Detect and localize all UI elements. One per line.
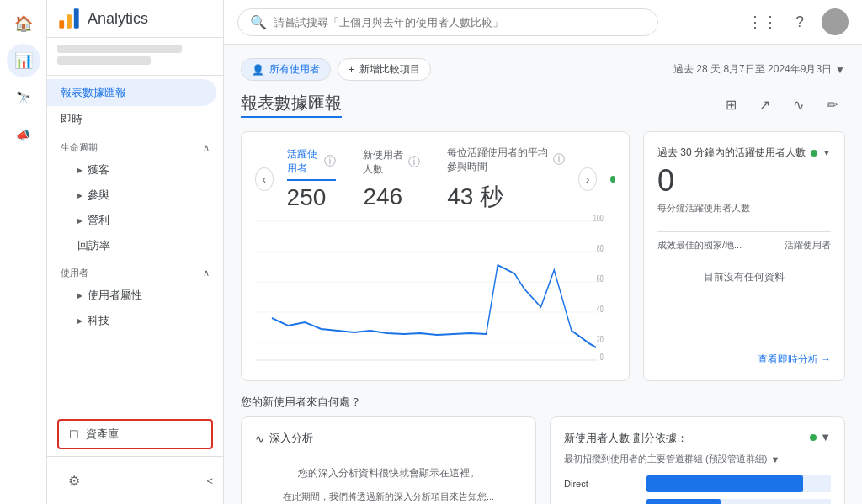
add-label: 新增比較項目 <box>359 62 420 77</box>
nav-item-engagement[interactable]: ▶ 參與 <box>47 183 223 208</box>
app-title: Analytics <box>88 10 148 28</box>
nav-item-acquisition[interactable]: ▶ 獲客 <box>47 157 223 183</box>
sidebar-item-reports[interactable]: 📊 <box>7 44 40 77</box>
realtime-dropdown-icon[interactable]: ▼ <box>822 148 831 157</box>
users-dropdown-icon[interactable]: ▼ <box>770 454 780 464</box>
sidebar-item-explore[interactable]: 🔭 <box>7 81 40 114</box>
compare-icon[interactable]: ∿ <box>785 91 811 118</box>
realtime-sub: 每分鐘活躍使用者人數 <box>657 202 831 215</box>
bar-fill-direct <box>646 475 803 492</box>
page-actions: ⊞ ↗ ∿ ✏ <box>717 91 845 118</box>
segment-chip[interactable]: 👤 所有使用者 <box>241 58 331 81</box>
insight-title: ∿ 深入分析 <box>255 431 522 446</box>
nav-item-reports[interactable]: 報表數據匯報 <box>47 79 216 106</box>
search-input[interactable] <box>274 16 646 29</box>
realtime-value: 0 <box>657 163 831 199</box>
realtime-empty-msg: 目前沒有任何資料 <box>657 257 831 298</box>
metrics-card: ‹ 活躍使用者 ⓘ 250 新使用者人數 ⓘ 246 <box>241 131 630 381</box>
sidebar: Analytics 報表數據匯報 即時 生命週期 ∧ ▶ 獲客 ▶ 參與 ▶ 營… <box>47 0 224 504</box>
customize-icon[interactable]: ⊞ <box>717 91 744 118</box>
svg-text:40: 40 <box>597 305 604 315</box>
edit-icon[interactable]: ✏ <box>818 91 845 118</box>
next-metric-btn[interactable]: › <box>578 167 597 191</box>
page-title-wrapper: 報表數據匯報 <box>241 92 342 118</box>
nav-label-reports: 報表數據匯報 <box>61 85 126 100</box>
library-label: 資產庫 <box>86 427 119 442</box>
users-dropdown-arrow[interactable]: ▼ <box>820 431 831 443</box>
sidebar-header: Analytics <box>47 0 223 38</box>
insight-empty-msg: 您的深入分析資料很快就會顯示在這裡。 <box>255 456 522 491</box>
user-section: 使用者 ∧ <box>47 258 223 283</box>
bottom-row: ∿ 深入分析 您的深入分析資料很快就會顯示在這裡。 在此期間，我們將透過新的深入… <box>241 416 845 504</box>
avg-time-info-icon[interactable]: ⓘ <box>553 152 565 167</box>
insight-card: ∿ 深入分析 您的深入分析資料很快就會顯示在這裡。 在此期間，我們將透過新的深入… <box>241 416 536 504</box>
realtime-link[interactable]: 查看即時分析 → <box>657 353 831 367</box>
nav-item-realtime[interactable]: 即時 <box>47 106 216 133</box>
nav-item-retention[interactable]: 回訪率 <box>47 233 223 258</box>
svg-text:100: 100 <box>593 214 604 224</box>
library-section: ☐ 資產庫 <box>47 412 223 456</box>
active-users-tab[interactable]: 活躍使用者 ⓘ 250 <box>287 147 337 211</box>
nav-item-tech[interactable]: ▶ 科技 <box>47 308 223 333</box>
account-name <box>57 45 182 53</box>
icon-bar: 🏠 📊 🔭 📣 <box>0 0 47 504</box>
account-selector[interactable] <box>47 38 223 76</box>
new-users-tab[interactable]: 新使用者人數 ⓘ 246 <box>363 148 420 210</box>
insight-chart-icon: ∿ <box>255 432 264 445</box>
library-icon: ☐ <box>69 428 79 441</box>
new-users-info-icon[interactable]: ⓘ <box>408 155 420 170</box>
add-comparison-chip[interactable]: + 新增比較項目 <box>338 58 431 81</box>
avg-time-tab[interactable]: 每位活躍使用者的平均參與時間 ⓘ 43 秒 <box>447 146 565 213</box>
sidebar-item-home[interactable]: 🏠 <box>7 7 40 40</box>
page-title-underline <box>241 116 342 118</box>
chart-area: 100 80 60 40 20 0 11 <box>255 213 615 367</box>
avg-time-value: 43 秒 <box>447 181 565 213</box>
date-dropdown-icon: ▼ <box>835 64 845 76</box>
new-users-label: 新使用者人數 ⓘ <box>363 148 420 180</box>
bar-row-direct: Direct <box>564 475 831 492</box>
date-range-selector[interactable]: 過去 28 天 8月7日至 2024年9月3日 ▼ <box>673 62 845 77</box>
plus-icon: + <box>349 64 354 76</box>
settings-icon[interactable]: ⚙ <box>57 464 91 497</box>
library-button[interactable]: ☐ 資產庫 <box>57 419 213 449</box>
apps-icon[interactable]: ⋮⋮ <box>748 7 778 37</box>
avatar[interactable] <box>822 8 849 35</box>
ga-logo-icon <box>57 7 81 30</box>
page-title: 報表數據匯報 <box>241 92 342 114</box>
svg-text:60: 60 <box>597 274 604 284</box>
page-content: 👤 所有使用者 + 新增比較項目 過去 28 天 8月7日至 2024年9月3日… <box>224 45 862 504</box>
metrics-row: ‹ 活躍使用者 ⓘ 250 新使用者人數 ⓘ 246 <box>241 131 845 381</box>
active-users-value: 250 <box>287 184 337 211</box>
share-icon[interactable]: ↗ <box>751 91 778 118</box>
users-source-question: 您的新使用者來自何處？ <box>241 395 845 410</box>
realtime-status-dot <box>811 150 817 157</box>
topbar: 🔍 ⋮⋮ ? <box>224 0 862 45</box>
triangle-icon-3: ▶ <box>77 217 82 225</box>
active-users-info-icon[interactable]: ⓘ <box>324 154 336 169</box>
users-source-card: 新使用者人數 劃分依據： 最初招攬到使用者的主要管道群組 (預設管道群組) ▼ … <box>550 416 845 504</box>
lifecycle-section: 生命週期 ∧ <box>47 133 223 157</box>
date-range-text: 過去 28 天 8月7日至 2024年9月3日 <box>673 62 832 77</box>
avg-time-label: 每位活躍使用者的平均參與時間 ⓘ <box>447 146 565 178</box>
bar-bg-direct <box>646 475 831 492</box>
sidebar-footer: ⚙ < <box>47 456 223 504</box>
page-title-row: 報表數據匯報 ⊞ ↗ ∿ ✏ <box>241 91 845 118</box>
active-users-label: 活躍使用者 ⓘ <box>287 147 337 181</box>
svg-rect-2 <box>74 8 79 28</box>
insight-sub-msg: 在此期間，我們將透過新的深入分析項目來告知您... <box>255 491 522 503</box>
nav-item-user-attributes[interactable]: ▶ 使用者屬性 <box>47 283 223 308</box>
triangle-icon-2: ▶ <box>77 192 82 199</box>
sidebar-item-advertising[interactable]: 📣 <box>7 118 40 151</box>
chevron-up-icon: ∧ <box>203 142 210 153</box>
nav-item-monetization[interactable]: ▶ 營利 <box>47 208 223 233</box>
help-icon[interactable]: ? <box>785 7 815 37</box>
collapse-icon[interactable]: < <box>206 475 213 487</box>
topbar-right: ⋮⋮ ? <box>748 7 849 37</box>
metrics-tabs: ‹ 活躍使用者 ⓘ 250 新使用者人數 ⓘ 246 <box>255 146 615 213</box>
nav-label-realtime: 即時 <box>61 112 82 127</box>
realtime-card: 過去 30 分鐘內的活躍使用者人數 ▼ 0 每分鐘活躍使用者人數 成效最佳的國家… <box>643 131 845 381</box>
realtime-table-header: 成效最佳的國家/地... 活躍使用者 <box>657 239 831 252</box>
prev-metric-btn[interactable]: ‹ <box>255 167 274 191</box>
search-icon: 🔍 <box>250 14 267 30</box>
search-bar[interactable]: 🔍 <box>237 8 658 36</box>
